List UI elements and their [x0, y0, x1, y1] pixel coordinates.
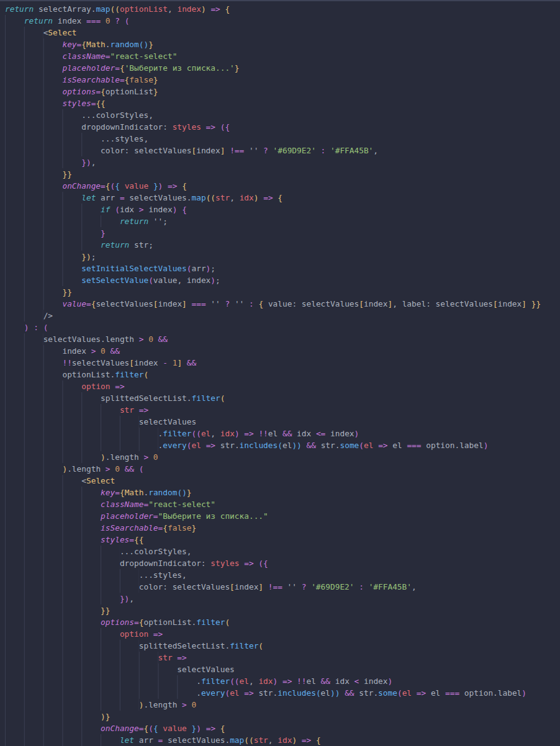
code-token: selectValues.length [43, 335, 134, 344]
code-line[interactable]: isSearchable={false} [5, 522, 560, 534]
code-line[interactable]: /> [5, 310, 560, 321]
code-token: arr [191, 264, 205, 273]
code-line[interactable]: ...colorStyles, [5, 109, 560, 121]
code-line[interactable]: ...styles, [5, 569, 560, 581]
code-token: el [192, 441, 201, 450]
code-line[interactable]: className="react-select" [5, 50, 560, 62]
code-line[interactable]: return str; [5, 239, 560, 251]
indent-guides [5, 404, 120, 416]
code-line[interactable]: ...styles, [5, 133, 560, 145]
code-token: value [62, 299, 86, 308]
code-line[interactable]: let arr = selectValues.map((str, idx) =>… [5, 192, 560, 204]
code-line[interactable]: onChange={({ value }) => { [5, 722, 560, 734]
code-line[interactable]: dropdownIndicator: styles => ({ [5, 121, 560, 133]
code-token: arr [96, 193, 120, 202]
code-token: ; [163, 217, 168, 226]
code-line[interactable]: color: selectValues[index] !== '' ? '#69… [5, 145, 560, 156]
code-line[interactable]: key={Math.random()} [5, 487, 560, 498]
code-line[interactable]: option => [5, 380, 560, 392]
code-line[interactable]: styles={{ [5, 534, 560, 546]
code-token: filter [191, 393, 220, 403]
code-token: Math [86, 40, 106, 49]
code-line[interactable]: }} [5, 168, 560, 180]
code-line[interactable]: return selectArray.map((optionList, inde… [5, 3, 560, 15]
code-line[interactable]: if (idx > index) { [5, 204, 560, 215]
code-line[interactable]: setSelectValue(value, index); [5, 274, 560, 286]
code-line[interactable]: } [5, 227, 560, 239]
code-line[interactable]: isSearchable={false} [5, 74, 560, 86]
code-line[interactable]: styles={{ [5, 97, 560, 109]
code-token: { [278, 193, 282, 202]
code-line[interactable]: let arr = selectValues.map((str, idx) =>… [5, 734, 560, 746]
code-token: . [106, 40, 111, 49]
indent-guides [5, 321, 24, 333]
code-token: option.label [464, 688, 522, 698]
code-token: !! [62, 358, 71, 367]
code-line[interactable]: splittedSelectList.filter( [5, 640, 560, 652]
code-line[interactable]: ).length > 0 [5, 451, 560, 463]
code-token: str [321, 441, 335, 450]
code-editor[interactable]: return selectArray.map((optionList, inde… [0, 0, 560, 746]
code-line[interactable]: }} [5, 286, 560, 298]
code-token: ...styles, [101, 134, 148, 143]
code-line[interactable]: value={selectValues[index] === '' ? '' :… [5, 298, 560, 310]
code-line[interactable]: optionList.filter( [5, 369, 560, 380]
code-line[interactable]: options={optionList} [5, 86, 560, 97]
code-line[interactable]: .every(el => str.includes(el)) && str.so… [5, 439, 560, 451]
code-line[interactable]: <Select [5, 475, 560, 487]
code-line[interactable]: .filter((el, idx) => !!el && idx < index… [5, 675, 560, 687]
code-line[interactable]: setInitialSelectValues(arr); [5, 263, 560, 274]
code-line[interactable]: .every(el => str.includes(el)) && str.so… [5, 687, 560, 699]
code-token: '' [287, 582, 297, 591]
code-line[interactable]: selectValues [5, 416, 560, 428]
code-line[interactable]: return ''; [5, 215, 560, 227]
indent-guides [5, 251, 81, 263]
code-line[interactable]: placeholder="Выберите из списка..." [5, 510, 560, 522]
code-line[interactable]: }), [5, 593, 560, 604]
code-line[interactable]: selectValues [5, 663, 560, 675]
code-line[interactable]: str => [5, 404, 560, 416]
code-line[interactable]: str => [5, 652, 560, 663]
indent-guides [5, 133, 101, 145]
code-line[interactable]: <Select [5, 27, 560, 38]
code-token: (( [230, 676, 239, 686]
code-line[interactable]: }), [5, 156, 560, 168]
code-token: => [201, 122, 220, 132]
code-line[interactable]: return index === 0 ? ( [5, 15, 560, 27]
code-line[interactable]: className="react-select" [5, 498, 560, 510]
code-token: /> [43, 311, 53, 320]
code-line[interactable]: ).length > 0 [5, 699, 560, 711]
code-line[interactable]: color: selectValues[index] !== '' ? '#69… [5, 581, 560, 593]
indent-guides [5, 546, 120, 557]
code-line[interactable]: ).length > 0 && ( [5, 463, 560, 475]
code-token: el [402, 688, 412, 698]
code-area[interactable]: return selectArray.map((optionList, inde… [0, 1, 560, 746]
indent-guides [5, 675, 196, 687]
code-line[interactable]: key={Math.random()} [5, 38, 560, 50]
code-line[interactable]: index > 0 && [5, 345, 560, 357]
code-token: [ [359, 299, 364, 308]
code-token: , [268, 735, 278, 745]
code-line[interactable]: }} [5, 604, 560, 616]
code-line[interactable]: onChange={({ value }) => { [5, 180, 560, 192]
code-token: ( [220, 393, 225, 403]
code-token: includes [278, 688, 316, 698]
indent-guides [5, 357, 62, 369]
code-token: { [316, 735, 321, 745]
code-line[interactable]: .filter((el, idx) => !!el && idx <= inde… [5, 428, 560, 439]
code-token: {{ [134, 535, 143, 544]
code-line[interactable]: ) : ( [5, 321, 560, 333]
code-line[interactable]: !!selectValues[index - 1] && [5, 357, 560, 369]
code-line[interactable]: }); [5, 251, 560, 263]
indent-guides [5, 345, 62, 357]
code-line[interactable]: dropdownIndicator: styles => ({ [5, 557, 560, 569]
code-token: )} [101, 712, 110, 721]
code-line[interactable]: selectValues.length > 0 && [5, 333, 560, 345]
code-line[interactable]: options={optionList.filter( [5, 616, 560, 628]
code-line[interactable]: option => [5, 628, 560, 640]
code-line[interactable]: )} [5, 711, 560, 722]
code-line[interactable]: splittedSelectList.filter( [5, 392, 560, 404]
code-line[interactable]: placeholder={'Выберите из списка...'} [5, 62, 560, 74]
code-line[interactable]: ...colorStyles, [5, 546, 560, 557]
code-token: color: selectValues [101, 146, 191, 155]
